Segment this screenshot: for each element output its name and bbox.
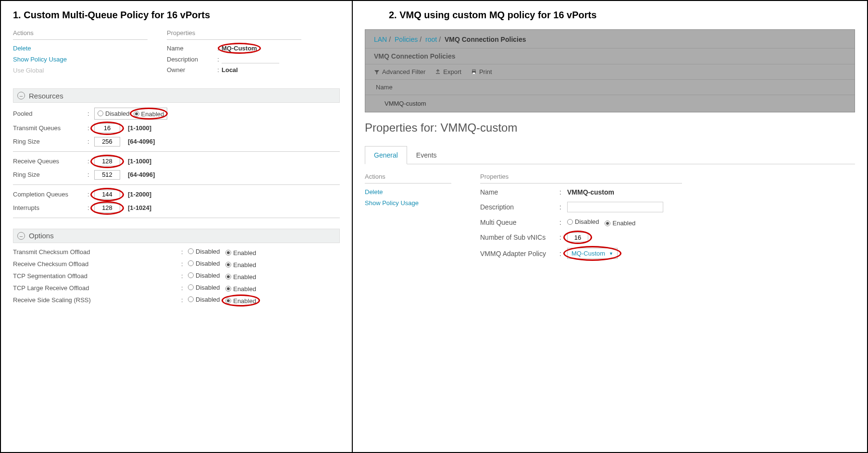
tab-events[interactable]: Events xyxy=(407,146,446,164)
right-panel-title: 2. VMQ using custom MQ policy for 16 vPo… xyxy=(365,10,855,21)
list-section-title: VMQ Connection Policies xyxy=(365,48,855,64)
screenshot-frame: 1. Custom Multi-Queue Policy for 16 vPor… xyxy=(0,0,868,453)
right-delete-link[interactable]: Delete xyxy=(365,188,461,196)
adapter-policy-dropdown[interactable]: MQ-Custom ▼ xyxy=(567,248,618,259)
breadcrumb-root[interactable]: root xyxy=(425,36,437,43)
cq-label: Completion Queues xyxy=(13,191,87,198)
resources-header[interactable]: – Resources xyxy=(13,88,340,103)
filter-icon xyxy=(374,69,380,75)
r-mq-radio-group[interactable]: Disabled Enabled xyxy=(567,218,635,227)
export-icon xyxy=(435,69,441,75)
print-icon xyxy=(471,69,477,75)
rx-ring-range: [64-4096] xyxy=(128,171,155,178)
r-mq-label: Multi Queue xyxy=(480,219,559,226)
owner-value: Local xyxy=(222,66,238,73)
svg-rect-1 xyxy=(472,70,475,71)
description-label: Description xyxy=(167,56,215,63)
policies-list-block: LAN/ Policies/ root/ VMQ Connection Poli… xyxy=(365,29,855,112)
tx-ring-label: Ring Size xyxy=(13,138,87,145)
use-global-link: Use Global xyxy=(13,67,148,74)
list-toolbar: Advanced Filter Export Print xyxy=(365,64,855,80)
tcp-lro-label: TCP Large Receive Offload xyxy=(13,284,181,292)
tx-ring-input[interactable] xyxy=(94,137,120,147)
mq-disabled-radio[interactable] xyxy=(567,219,573,225)
breadcrumb-lan[interactable]: LAN xyxy=(374,36,387,43)
rss-radio-group[interactable]: Disabled Enabled xyxy=(188,296,256,305)
tx-csum-label: Transmit Checksum Offload xyxy=(13,248,181,256)
tcp-seg-enabled-radio[interactable] xyxy=(225,274,231,280)
collapse-icon[interactable]: – xyxy=(17,92,25,99)
r-desc-input[interactable] xyxy=(567,202,663,212)
cq-range: [1-2000] xyxy=(128,191,151,198)
rx-ring-input[interactable] xyxy=(94,170,120,180)
right-properties-column: Properties Name : VMMQ-custom Descriptio… xyxy=(480,173,682,265)
left-panel-title: 1. Custom Multi-Queue Policy for 16 vPor… xyxy=(13,10,340,21)
rx-csum-radio-group[interactable]: Disabled Enabled xyxy=(188,260,256,269)
tcp-seg-radio-group[interactable]: Disabled Enabled xyxy=(188,272,256,281)
tcp-lro-enabled-radio[interactable] xyxy=(225,286,231,292)
properties-header: Properties xyxy=(167,29,301,40)
mq-enabled-radio[interactable] xyxy=(605,220,610,226)
tabs: General Events xyxy=(365,146,855,164)
export-button[interactable]: Export xyxy=(435,68,461,75)
tx-ring-range: [64-4096] xyxy=(128,138,155,145)
tab-general[interactable]: General xyxy=(365,146,407,164)
right-properties-header: Properties xyxy=(480,173,682,184)
chevron-down-icon: ▼ xyxy=(609,251,613,256)
description-input[interactable] xyxy=(222,55,279,63)
right-panel: 2. VMQ using custom MQ policy for 16 vPo… xyxy=(353,1,867,452)
tcp-seg-disabled-radio[interactable] xyxy=(188,272,194,278)
tcp-lro-disabled-radio[interactable] xyxy=(188,284,194,290)
r-adapter-label: VMMQ Adapter Policy xyxy=(480,250,559,257)
properties-for-title: Properties for: VMMQ-custom xyxy=(365,121,855,135)
interrupts-range: [1-1024] xyxy=(128,204,151,211)
show-policy-usage-link[interactable]: Show Policy Usage xyxy=(13,56,148,63)
pooled-label: Pooled xyxy=(13,110,87,117)
advanced-filter-button[interactable]: Advanced Filter xyxy=(374,68,425,75)
cq-input[interactable] xyxy=(94,190,120,199)
tx-csum-enabled-radio[interactable] xyxy=(225,250,231,256)
svg-rect-2 xyxy=(472,73,475,74)
right-actions-column: Actions Delete Show Policy Usage xyxy=(365,173,461,265)
rss-disabled-radio[interactable] xyxy=(188,296,194,302)
name-label: Name xyxy=(167,45,215,52)
pooled-radio-group[interactable]: Disabled Enabled xyxy=(94,108,167,120)
properties-column: Properties Name : MQ-Custom Description … xyxy=(167,29,311,78)
sub-vnics-input[interactable] xyxy=(567,233,588,242)
list-column-name: Name xyxy=(365,80,855,95)
interrupts-label: Interrupts xyxy=(13,204,87,211)
owner-label: Owner xyxy=(167,66,215,73)
breadcrumb: LAN/ Policies/ root/ VMQ Connection Poli… xyxy=(365,30,855,48)
rss-enabled-radio[interactable] xyxy=(225,298,231,304)
tcp-seg-label: TCP Segmentation Offload xyxy=(13,272,181,280)
rx-csum-disabled-radio[interactable] xyxy=(188,260,194,266)
rx-queues-range: [1-1000] xyxy=(128,158,151,165)
pooled-enabled-radio[interactable] xyxy=(134,111,139,117)
r-name-label: Name xyxy=(480,188,559,196)
actions-header: Actions xyxy=(13,29,148,40)
rx-queues-input[interactable] xyxy=(94,157,120,166)
interrupts-input[interactable] xyxy=(94,203,120,213)
tx-csum-disabled-radio[interactable] xyxy=(188,248,194,254)
list-row[interactable]: VMMQ-custom xyxy=(365,95,855,112)
tcp-lro-radio-group[interactable]: Disabled Enabled xyxy=(188,284,256,293)
options-header[interactable]: – Options xyxy=(13,229,340,243)
right-show-policy-usage-link[interactable]: Show Policy Usage xyxy=(365,199,461,207)
delete-link[interactable]: Delete xyxy=(13,45,148,52)
tx-csum-radio-group[interactable]: Disabled Enabled xyxy=(188,248,256,257)
pooled-disabled-radio[interactable] xyxy=(98,110,103,116)
breadcrumb-policies[interactable]: Policies xyxy=(395,36,418,43)
print-button[interactable]: Print xyxy=(471,68,492,75)
left-panel: 1. Custom Multi-Queue Policy for 16 vPor… xyxy=(1,1,353,452)
collapse-icon[interactable]: – xyxy=(17,232,25,240)
tx-queues-label: Transmit Queues xyxy=(13,124,87,132)
rx-queues-label: Receive Queues xyxy=(13,158,87,165)
actions-column: Actions Delete Show Policy Usage Use Glo… xyxy=(13,29,148,78)
rx-ring-label: Ring Size xyxy=(13,171,87,178)
rx-csum-enabled-radio[interactable] xyxy=(225,262,231,268)
r-name-value: VMMQ-custom xyxy=(567,188,614,196)
right-actions-header: Actions xyxy=(365,173,451,184)
breadcrumb-current: VMQ Connection Policies xyxy=(445,36,526,43)
r-subvnics-label: Number of Sub vNICs xyxy=(480,233,559,241)
tx-queues-input[interactable] xyxy=(94,123,120,133)
